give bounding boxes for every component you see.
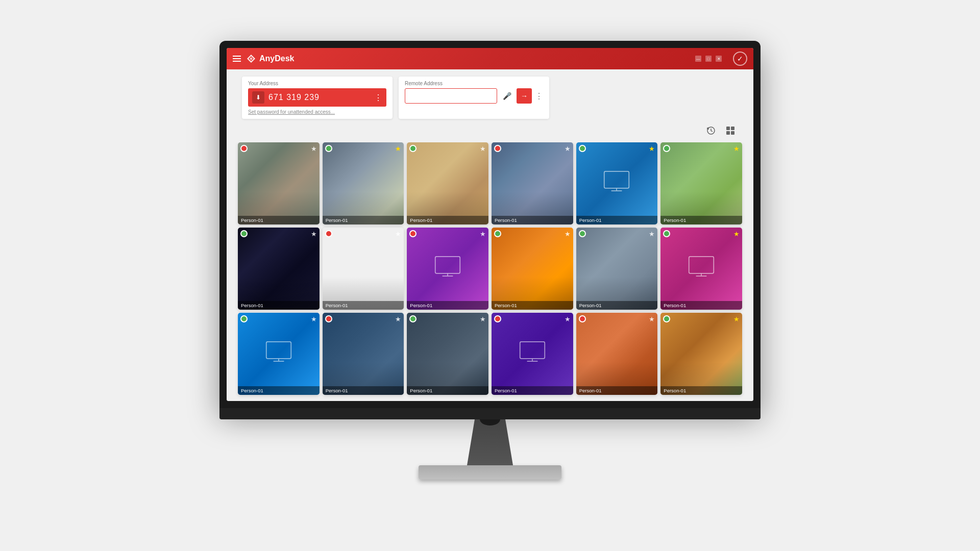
favorite-star-icon[interactable]: ★ [565, 230, 571, 238]
window-controls: — □ ✕ [695, 56, 722, 62]
favorite-star-icon[interactable]: ★ [480, 145, 486, 153]
brand: AnyDesk [246, 54, 294, 64]
thumbnail-background [323, 228, 404, 310]
remote-address-input[interactable] [405, 88, 497, 104]
thumbnail-card[interactable]: ★Person-01 [238, 313, 320, 395]
favorite-star-icon[interactable]: ★ [395, 315, 401, 323]
thumbnail-grid: ★Person-01★Person-01★Person-01★Person-01… [238, 142, 742, 395]
thumbnail-card[interactable]: ★Person-01 [660, 142, 742, 224]
svg-rect-4 [726, 127, 730, 130]
svg-rect-11 [435, 257, 460, 273]
monitor-icon [519, 341, 546, 367]
thumbnail-card[interactable]: ★Person-01 [492, 313, 573, 395]
thumbnail-background [660, 228, 742, 310]
thumbnail-card[interactable]: ★Person-01 [407, 142, 488, 224]
thumbnail-card[interactable]: ★Person-01 [492, 228, 573, 310]
status-badge [494, 145, 501, 152]
thumbnail-card[interactable]: ★Person-01 [407, 313, 488, 395]
favorite-star-icon[interactable]: ★ [395, 145, 401, 153]
minimize-button[interactable]: — [695, 56, 701, 62]
person-label: Person-01 [238, 216, 320, 224]
thumbnail-background [660, 313, 742, 395]
thumbnail-background [576, 228, 658, 310]
monitor-base [419, 465, 561, 480]
thumbnail-card[interactable]: ★Person-01 [238, 142, 320, 224]
your-address-menu-icon[interactable]: ⋮ [374, 93, 382, 103]
thumbnail-background [660, 142, 742, 224]
thumbnail-card[interactable]: ★Person-01 [323, 142, 404, 224]
person-label: Person-01 [407, 386, 488, 395]
thumbnail-card[interactable]: ★Person-01 [238, 228, 320, 310]
maximize-button[interactable]: □ [705, 56, 712, 62]
status-badge [325, 145, 332, 152]
thumbnail-background [407, 313, 488, 395]
favorite-star-icon[interactable]: ★ [311, 230, 317, 238]
favorite-star-icon[interactable]: ★ [649, 230, 655, 238]
app-window: AnyDesk — □ ✕ ✓ [227, 48, 753, 401]
svg-rect-8 [604, 171, 629, 188]
close-button[interactable]: ✕ [716, 56, 722, 62]
person-label: Person-01 [323, 301, 404, 310]
thumbnail-card[interactable]: ★Person-01 [576, 313, 658, 395]
hamburger-menu-icon[interactable] [233, 56, 241, 62]
favorite-star-icon[interactable]: ★ [649, 315, 655, 323]
thumbnail-card[interactable]: ★Person-01 [660, 228, 742, 310]
thumbnail-background [323, 313, 404, 395]
connect-button[interactable]: → [517, 88, 532, 104]
favorite-star-icon[interactable]: ★ [733, 230, 740, 238]
thumbnail-card[interactable]: ★Person-01 [576, 228, 658, 310]
monitor-icon [434, 256, 461, 282]
remote-address-box: Remote Address 🎤 → ⋮ [399, 77, 549, 119]
favorite-star-icon[interactable]: ★ [395, 230, 401, 238]
person-label: Person-01 [323, 386, 404, 395]
favorite-star-icon[interactable]: ★ [565, 315, 571, 323]
favorite-star-icon[interactable]: ★ [480, 230, 486, 238]
thumbnail-card[interactable]: ★Person-01 [323, 228, 404, 310]
favorite-star-icon[interactable]: ★ [733, 145, 740, 153]
favorite-star-icon[interactable]: ★ [733, 315, 740, 323]
favorite-star-icon[interactable]: ★ [649, 145, 655, 153]
person-label: Person-01 [492, 301, 573, 310]
favorite-star-icon[interactable]: ★ [480, 315, 486, 323]
person-label: Person-01 [492, 386, 573, 395]
history-button[interactable] [703, 123, 719, 138]
thumbnail-card[interactable]: ★Person-01 [407, 228, 488, 310]
favorite-star-icon[interactable]: ★ [311, 315, 317, 323]
status-badge [579, 145, 586, 152]
monitor-wrapper: AnyDesk — □ ✕ ✓ [219, 41, 761, 510]
thumbnail-card[interactable]: ★Person-01 [576, 142, 658, 224]
thumbnail-background [323, 142, 404, 224]
your-address-label: Your Address [248, 81, 386, 86]
person-label: Person-01 [407, 216, 488, 224]
your-address-number: 671 319 239 [268, 93, 370, 102]
monitor-icon [265, 341, 292, 367]
person-label: Person-01 [576, 216, 658, 224]
svg-rect-5 [731, 127, 734, 130]
thumbnail-background [576, 313, 658, 395]
status-badge [579, 315, 586, 322]
favorite-star-icon[interactable]: ★ [565, 145, 571, 153]
monitor-screen: AnyDesk — □ ✕ ✓ [227, 48, 753, 401]
app-title: AnyDesk [259, 54, 294, 63]
address-download-icon: ⬇ [252, 91, 264, 104]
person-label: Person-01 [492, 216, 573, 224]
address-section: Your Address ⬇ 671 319 239 ⋮ Set passwor… [227, 69, 753, 123]
connection-status-icon: ✓ [733, 52, 747, 66]
favorite-star-icon[interactable]: ★ [311, 145, 317, 153]
monitor-frame: AnyDesk — □ ✕ ✓ [219, 41, 761, 408]
microphone-button[interactable]: 🎤 [500, 89, 513, 103]
person-label: Person-01 [323, 216, 404, 224]
svg-rect-14 [689, 257, 714, 273]
thumbnail-card[interactable]: ★Person-01 [660, 313, 742, 395]
remote-address-label: Remote Address [405, 81, 543, 86]
thumbnail-card[interactable]: ★Person-01 [323, 313, 404, 395]
thumbnail-background [492, 142, 573, 224]
set-password-link[interactable]: Set password for unattended access... [248, 109, 386, 115]
svg-rect-7 [731, 131, 734, 135]
grid-view-button[interactable] [723, 123, 738, 138]
thumbnail-card[interactable]: ★Person-01 [492, 142, 573, 224]
thumbnail-background [238, 313, 320, 395]
remote-menu-icon[interactable]: ⋮ [535, 91, 543, 101]
your-address-box: Your Address ⬇ 671 319 239 ⋮ Set passwor… [242, 77, 393, 119]
status-badge [325, 315, 332, 322]
